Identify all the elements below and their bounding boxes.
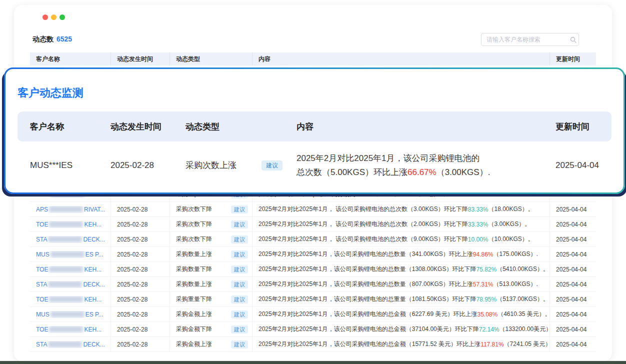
event-date: 2025-02-28: [111, 277, 170, 292]
event-content: 2025年2月对比2025年1月， 该公司采购锂电池的总次数（3.00KGS）环…: [252, 202, 550, 216]
card-table-header: 客户名称 动态发生时间 动态类型 内容 更新时间: [18, 112, 612, 142]
event-type: 采购数量上涨: [176, 250, 212, 258]
customer-name-link[interactable]: STADECK...: [36, 341, 105, 348]
redacted-name-blur: [50, 251, 84, 258]
redacted-name-blur: [48, 341, 82, 348]
update-date: 2025-04-04: [550, 307, 596, 322]
card-suggestion-badge: 建议: [262, 160, 282, 170]
zoom-button[interactable]: [60, 14, 65, 20]
event-content: 2025年2月对比2025年1月，该公司采购锂电池的总金额（37104.00美元…: [252, 322, 550, 336]
event-date: 2025-02-28: [111, 202, 170, 216]
suggestion-badge: 建议: [231, 340, 248, 348]
card-header-event-type: 动态类型: [186, 121, 296, 132]
table-row[interactable]: TOEKEH... 2025-02-28 采购次数下降 建议 2025年2月对比…: [30, 217, 596, 232]
card-header-content: 内容: [296, 121, 556, 132]
customer-name-link[interactable]: MUSES P...: [36, 311, 103, 318]
redacted-name-blur: [49, 296, 83, 302]
card-update-date: 2025-04-04: [556, 160, 612, 170]
search-icon[interactable]: [568, 36, 578, 43]
suggestion-badge: 建议: [231, 310, 248, 318]
card-event-type: 采购次数上涨: [186, 160, 236, 171]
close-button[interactable]: [42, 14, 48, 20]
toolbar: 动态数6525: [30, 33, 596, 47]
table-row[interactable]: MUSES P... 2025-02-28 采购数量上涨 建议 2025年2月对…: [30, 247, 596, 262]
event-date: 2025-02-28: [111, 217, 170, 232]
update-date: 2025-04-04: [550, 217, 596, 232]
card-content-percent: 66.67%: [408, 168, 436, 177]
update-date: 2025-04-04: [550, 247, 596, 262]
update-date: 2025-04-04: [550, 322, 596, 336]
event-type: 采购重量下降: [176, 295, 212, 304]
event-content: 2025年2月对比2025年1月，该公司采购锂电池的总数量（1308.00KGS…: [252, 262, 550, 276]
minimize-button[interactable]: [51, 14, 56, 20]
event-date: 2025-02-28: [111, 322, 170, 336]
redacted-name-blur: [50, 311, 84, 318]
customer-search: [481, 33, 579, 46]
card-header-update-time: 更新时间: [556, 121, 612, 132]
card-content-after: （3.00KGS）.: [436, 168, 490, 177]
suggestion-badge: 建议: [231, 266, 248, 274]
event-content: 2025年2月对比2025年1月， 该公司采购锂电池的总次数（9.00KGS）环…: [252, 232, 550, 246]
customer-name-link[interactable]: TOEKEH...: [36, 296, 102, 303]
event-content: 2025年2月对比2025年1月， 该公司采购锂电池的总次数（2.00KGS）环…: [252, 217, 550, 232]
customer-name-link[interactable]: MUSES P...: [36, 251, 103, 258]
event-type: 采购金额下降: [176, 325, 212, 334]
customer-name-link[interactable]: STADECK...: [36, 281, 105, 288]
event-date: 2025-02-28: [111, 337, 170, 352]
table-row[interactable]: TOEKEH... 2025-02-28 采购金额下降 建议 2025年2月对比…: [30, 322, 596, 337]
event-type: 采购数量下降: [176, 265, 212, 274]
table-row[interactable]: STADECK... 2025-02-28 采购金额上涨 建议 2025年2月对…: [30, 337, 596, 352]
event-date: 2025-02-28: [111, 247, 170, 262]
table-row[interactable]: MUSES P... 2025-02-28 采购金额上涨 建议 2025年2月对…: [30, 307, 596, 322]
update-date: 2025-04-04: [550, 202, 596, 216]
event-type: 采购金额上涨: [176, 310, 212, 318]
card-content-before: 总次数（5.00KGS）环比上涨: [296, 168, 408, 177]
update-date: 2025-04-04: [550, 337, 596, 352]
card-title: 客户动态监测: [18, 86, 84, 100]
event-type: 采购金额上涨: [176, 340, 212, 348]
suggestion-badge: 建议: [231, 326, 248, 334]
table-body: MUSS P... 2025-02-28 采购Top10地区变化 建议 按采购数…: [30, 187, 596, 352]
customer-name-link[interactable]: TOEKEH...: [36, 266, 102, 273]
update-date: 2025-04-04: [550, 292, 596, 306]
event-type: 采购数量上涨: [176, 280, 212, 288]
event-type: 采购次数下降: [176, 220, 212, 228]
search-input[interactable]: [482, 34, 568, 46]
table-row[interactable]: STADECK... 2025-02-28 采购数量上涨 建议 2025年2月对…: [30, 277, 596, 292]
customer-name-link[interactable]: TOEKEH...: [36, 221, 102, 228]
customer-dynamics-monitor-card: 客户动态监测 客户名称 动态发生时间 动态类型 内容 更新时间 MUS***IE…: [4, 68, 625, 194]
suggestion-badge: 建议: [231, 236, 248, 244]
customer-name-link[interactable]: APSRIVAT...: [36, 206, 105, 213]
suggestion-badge: 建议: [231, 220, 248, 228]
event-date: 2025-02-28: [111, 307, 170, 322]
event-type: 采购次数下降: [176, 235, 212, 244]
update-date: 2025-04-04: [550, 262, 596, 276]
header-customer-name: 客户名称: [30, 52, 111, 66]
suggestion-badge: 建议: [231, 280, 248, 288]
redacted-name-blur: [49, 266, 83, 272]
card-event-content: 2025年2月对比2025年1月，该公司采购锂电池的 总次数（5.00KGS）环…: [296, 152, 556, 180]
event-content: 2025年2月对比2025年1月，该公司采购锂电池的总数量（807.00KGS）…: [252, 277, 550, 292]
header-event-time: 动态发生时间: [111, 52, 170, 66]
table-row[interactable]: TOEKEH... 2025-02-28 采购重量下降 建议 2025年2月对比…: [30, 292, 596, 307]
dynamics-count: 动态数6525: [32, 35, 72, 44]
card-row: MUS***IES 2025-02-28 采购次数上涨 建议 2025年2月对比…: [18, 142, 612, 189]
redacted-name-blur: [49, 326, 83, 332]
customer-name-link[interactable]: TOEKEH...: [36, 326, 102, 333]
customer-name-link[interactable]: STADECK...: [36, 236, 105, 243]
redacted-name-blur: [49, 206, 83, 212]
dynamics-table: 客户名称 动态发生时间 动态类型 内容 更新时间 MUSS P... 2025-…: [30, 52, 596, 66]
header-update-time: 更新时间: [550, 52, 596, 66]
event-type: 采购次数下降: [176, 205, 212, 214]
table-row[interactable]: STADECK... 2025-02-28 采购次数下降 建议 2025年2月对…: [30, 232, 596, 247]
page-bottom-edge: [0, 361, 626, 364]
suggestion-badge: 建议: [231, 250, 248, 258]
window-controls: [42, 14, 65, 20]
redacted-name-blur: [48, 236, 82, 242]
dynamics-count-label: 动态数: [32, 35, 54, 43]
table-row[interactable]: APSRIVAT... 2025-02-28 采购次数下降 建议 2025年2月…: [30, 202, 596, 217]
card-customer-name: MUS***IES: [30, 160, 110, 170]
table-row[interactable]: TOEKEH... 2025-02-28 采购数量下降 建议 2025年2月对比…: [30, 262, 596, 277]
event-date: 2025-02-28: [111, 232, 170, 246]
dynamics-count-value: 6525: [56, 35, 72, 43]
